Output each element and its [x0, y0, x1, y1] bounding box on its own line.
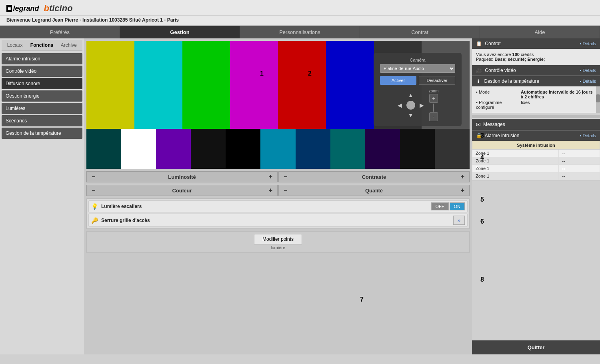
welcome-bar: Bienvenue Legrand Jean Pierre - Installa…	[0, 16, 600, 26]
camera-buttons: Activer Désactiver	[380, 76, 455, 85]
modifier-sublabel: lumière	[89, 245, 467, 250]
logo-bticino: bticino	[44, 3, 72, 14]
sidebar-item-lumieres[interactable]: Lumières	[2, 103, 82, 114]
lumiere-on-button[interactable]: ON	[450, 202, 465, 210]
luminosite-plus[interactable]: +	[266, 173, 275, 180]
nav-gestion[interactable]: Gestion	[120, 26, 240, 38]
sidebar-item-temp[interactable]: Gestion de la température	[2, 128, 82, 139]
key-icon: 🔑	[91, 217, 98, 224]
table-row: Zone 1 --	[472, 157, 600, 165]
couleur-minus[interactable]: −	[89, 187, 98, 194]
alarme-table: Système intrusion Zone 1 -- Zone 1 --	[472, 141, 600, 180]
temp-detail-link[interactable]: • Détails	[580, 79, 596, 84]
logo-legrand-sq: ■	[6, 5, 12, 12]
alarme-table-header: Système intrusion	[472, 141, 600, 150]
contraste-label: Contraste	[290, 174, 458, 180]
couleur-plus[interactable]: +	[266, 187, 275, 194]
nav-preferes[interactable]: Préférés	[0, 26, 120, 38]
sub-nav: Locaux Fonctions Archive	[2, 40, 82, 51]
device-rows: 💡 Lumière escaliers OFF ON 🔑 Serrure gri…	[86, 198, 470, 229]
bar-blue	[326, 41, 374, 129]
table-row: Zone 1 --	[472, 172, 600, 180]
horizontal-scrollbar[interactable]	[472, 115, 600, 118]
desactiver-button[interactable]: Désactiver	[419, 76, 455, 85]
contrat-detail-link[interactable]: • Détails	[580, 41, 596, 46]
sidebar-item-scenarios[interactable]: Scénarios	[2, 115, 82, 126]
nav-aide[interactable]: Aide	[480, 26, 600, 38]
dpad-up[interactable]: ▲	[408, 92, 414, 98]
dpad-center[interactable]	[406, 101, 415, 110]
zone-label: Zone 1	[472, 165, 559, 172]
temp-grid: • Mode Automatique intervalle de 16 jour…	[476, 90, 594, 110]
qualite-minus[interactable]: −	[281, 187, 290, 194]
rp-messages-section: ✉ Messages	[472, 119, 600, 130]
messages-icon: ✉	[476, 121, 481, 128]
activer-button[interactable]: Activer	[380, 76, 416, 85]
modifier-points-button[interactable]: Modifier points	[254, 234, 302, 244]
sidebar-item-diffusion[interactable]: Diffusion sonore	[2, 78, 82, 89]
rp-messages-header: ✉ Messages	[472, 119, 600, 130]
zoom-plus-button[interactable]: +	[429, 94, 438, 103]
qualite-plus[interactable]: +	[458, 187, 467, 194]
bar-green	[182, 41, 230, 129]
luminosite-group: − Luminosité +	[86, 171, 278, 182]
couleur-label: Couleur	[98, 188, 266, 194]
sidebar-item-alarme[interactable]: Alarme intrusion	[2, 53, 82, 64]
rp-alarme-header: 🔒 Alarme intrusion • Détails	[472, 130, 600, 141]
camera-overlay: Caméra Platine-de-rue-Audio Activer Désa…	[374, 53, 462, 126]
controls-row-2: − Couleur + − Qualité +	[86, 185, 470, 196]
zoom-minus-button[interactable]: -	[429, 112, 438, 121]
table-row: Zone 1 --	[472, 150, 600, 157]
alarme-icon: 🔒	[476, 133, 482, 138]
luminosite-minus[interactable]: −	[89, 173, 98, 180]
dpad: ▲ ▼ ◀ ▶	[397, 91, 425, 119]
contraste-group: − Contraste +	[278, 171, 470, 182]
header: ■ legrand bticino	[0, 0, 600, 16]
contrat-icon: 📋	[476, 41, 482, 46]
rp-contrat-body: Vous avez encore 100 crédits Paquets: Ba…	[472, 49, 600, 65]
right-panel: 📋 Contrat • Détails Vous avez encore 100…	[472, 38, 600, 354]
zone-label: Zone 1	[472, 172, 559, 180]
video-area: Caméra Platine-de-rue-Audio Activer Désa…	[86, 41, 470, 169]
camera-controls: ▲ ▼ ◀ ▶ zoom + -	[380, 89, 455, 121]
rp-contrat-title: 📋 Contrat	[476, 41, 501, 46]
sub-locaux[interactable]: Locaux	[2, 40, 28, 50]
rp-controle-video-title: 🎥 Contrôle vidéo	[476, 68, 516, 73]
rp-alarme-body: Système intrusion Zone 1 -- Zone 1 --	[472, 141, 600, 180]
controle-video-detail-link[interactable]: • Détails	[580, 68, 596, 73]
luminosite-label: Luminosité	[98, 174, 266, 180]
dpad-down[interactable]: ▼	[408, 112, 414, 118]
sidebar-item-controle-video[interactable]: Contrôle vidéo	[2, 66, 82, 77]
temp-scrollbar-thumb[interactable]	[596, 94, 600, 102]
nav-personnalisations[interactable]: Personnalisations	[240, 26, 360, 38]
dpad-right[interactable]: ▶	[420, 102, 424, 108]
temp-scrollbar-track[interactable]	[596, 86, 600, 113]
lumiere-off-button[interactable]: OFF	[431, 202, 449, 210]
messages-title: Messages	[483, 122, 505, 127]
dpad-left[interactable]: ◀	[398, 102, 402, 108]
rp-alarme-title: 🔒 Alarme intrusion	[476, 133, 519, 138]
welcome-text: Bienvenue Legrand Jean Pierre - Installa…	[6, 17, 179, 23]
zoom-label: zoom	[429, 89, 438, 93]
lumiere-toggle: OFF ON	[431, 202, 465, 210]
contraste-plus[interactable]: +	[458, 173, 467, 180]
rp-temp-section: 🌡 Gestion de la température • Détails • …	[472, 76, 600, 113]
sub-archive[interactable]: Archive	[56, 40, 82, 50]
camera-select[interactable]: Platine-de-rue-Audio	[380, 64, 455, 73]
contraste-minus[interactable]: −	[281, 173, 290, 180]
bar-cyan	[134, 41, 182, 129]
sidebar-item-gestion-energie[interactable]: Gestion énergie	[2, 90, 82, 102]
logo-legrand: ■ legrand	[6, 4, 39, 13]
rp-contrat-header: 📋 Contrat • Détails	[472, 38, 600, 49]
temp-icon: 🌡	[476, 78, 481, 84]
serrure-forward-button[interactable]: »	[453, 216, 465, 225]
couleur-group: − Couleur +	[86, 185, 278, 196]
zone-value: --	[559, 150, 600, 157]
quit-button[interactable]: Quitter	[472, 340, 600, 354]
color-bars-bottom	[86, 129, 470, 169]
alarme-detail-link[interactable]: • Détails	[580, 133, 596, 138]
lumiere-icon: 💡	[91, 203, 98, 210]
rp-temp-body: • Mode Automatique intervalle de 16 jour…	[472, 86, 600, 113]
nav-contrat[interactable]: Contrat	[360, 26, 480, 38]
sub-fonctions[interactable]: Fonctions	[28, 40, 55, 50]
